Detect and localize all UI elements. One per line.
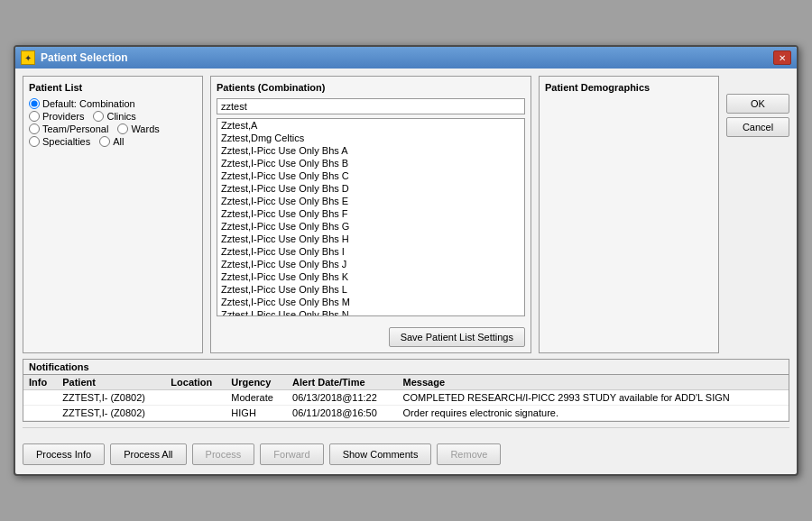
window-title: Patient Selection	[41, 51, 128, 64]
list-item[interactable]: Zztest,I-Picc Use Only Bhs K	[217, 270, 524, 283]
radio-all[interactable]: All	[99, 136, 124, 147]
list-item[interactable]: Zztest,I-Picc Use Only Bhs J	[217, 258, 524, 270]
radio-specialties-label: Specialties	[42, 136, 90, 147]
notif-alert-datetime: 06/11/2018@16:50	[287, 406, 397, 421]
title-bar-left: ✦ Patient Selection	[21, 50, 128, 65]
list-item[interactable]: Zztest,I-Picc Use Only Bhs C	[217, 169, 524, 182]
notif-urgency: Moderate	[226, 390, 287, 406]
notif-info	[23, 406, 57, 421]
radio-providers[interactable]: Providers	[29, 111, 84, 122]
notification-row[interactable]: ZZTEST,I- (Z0802) Moderate 06/13/2018@11…	[23, 390, 789, 406]
list-item[interactable]: Zztest,I-Picc Use Only Bhs I	[217, 245, 524, 258]
patient-search-input[interactable]	[217, 98, 525, 114]
remove-button[interactable]: Remove	[437, 443, 501, 465]
radio-default[interactable]: Default: Combination	[29, 98, 197, 109]
notif-alert-datetime: 06/13/2018@11:22	[287, 390, 397, 406]
list-item[interactable]: Zztest,I-Picc Use Only Bhs F	[217, 207, 524, 220]
patients-label: Patients (Combination)	[217, 82, 525, 93]
radio-team-input[interactable]	[29, 123, 40, 134]
radio-providers-input[interactable]	[29, 111, 40, 122]
right-buttons: OK Cancel	[726, 76, 789, 353]
notifications-table: Info Patient Location Urgency Alert Date…	[23, 375, 789, 421]
radio-specialties[interactable]: Specialties	[29, 136, 90, 147]
list-item[interactable]: Zztest,A	[217, 119, 524, 132]
radio-specialties-input[interactable]	[29, 136, 40, 147]
list-item[interactable]: Zztest,I-Picc Use Only Bhs N	[217, 308, 524, 316]
window-content: Patient List Default: Combination Provid…	[15, 69, 797, 474]
notifications-header-row: Info Patient Location Urgency Alert Date…	[23, 375, 789, 390]
list-item[interactable]: Zztest,Dmg Celtics	[217, 132, 524, 144]
patient-selection-window: ✦ Patient Selection ✕ Patient List Defau…	[14, 45, 798, 476]
notif-patient: ZZTEST,I- (Z0802)	[57, 390, 165, 406]
forward-button[interactable]: Forward	[260, 443, 323, 465]
patient-list-options: Default: Combination Providers Clinics	[29, 98, 197, 147]
horizontal-scrollbar[interactable]	[23, 427, 789, 440]
close-button[interactable]: ✕	[773, 50, 791, 65]
list-item[interactable]: Zztest,I-Picc Use Only Bhs E	[217, 195, 524, 207]
patient-list-label: Patient List	[29, 82, 197, 93]
radio-default-label: Default: Combination	[42, 98, 135, 109]
notifications-header: Notifications	[23, 360, 789, 375]
main-area: Patient List Default: Combination Provid…	[23, 76, 789, 353]
radio-wards-label: Wards	[131, 123, 159, 134]
notif-location	[165, 390, 226, 406]
radio-team[interactable]: Team/Personal	[29, 123, 108, 134]
list-item[interactable]: Zztest,I-Picc Use Only Bhs L	[217, 283, 524, 296]
cancel-button[interactable]: Cancel	[726, 117, 789, 137]
radio-clinics[interactable]: Clinics	[93, 111, 135, 122]
list-item[interactable]: Zztest,I-Picc Use Only Bhs B	[217, 157, 524, 169]
notif-message: Order requires electronic signature.	[398, 406, 789, 421]
title-bar: ✦ Patient Selection ✕	[15, 47, 797, 69]
app-icon: ✦	[21, 50, 35, 65]
list-item[interactable]: Zztest,I-Picc Use Only Bhs M	[217, 296, 524, 308]
patient-list-box[interactable]: Zztest,AZztest,Dmg CelticsZztest,I-Picc …	[217, 118, 525, 316]
process-all-button[interactable]: Process All	[110, 443, 186, 465]
demographics-panel: Patient Demographics	[539, 76, 719, 353]
radio-team-label: Team/Personal	[42, 123, 108, 134]
radio-clinics-label: Clinics	[106, 111, 135, 122]
radio-all-label: All	[113, 136, 124, 147]
notif-message: COMPLETED RESEARCH/I-PICC 2993 STUDY ava…	[398, 390, 789, 406]
radio-clinics-input[interactable]	[93, 111, 104, 122]
list-item[interactable]: Zztest,I-Picc Use Only Bhs G	[217, 220, 524, 233]
list-item[interactable]: Zztest,I-Picc Use Only Bhs D	[217, 182, 524, 195]
show-comments-button[interactable]: Show Comments	[329, 443, 432, 465]
radio-row-1: Providers Clinics	[29, 111, 197, 122]
col-alert-datetime: Alert Date/Time	[287, 375, 397, 390]
notif-urgency: HIGH	[226, 406, 287, 421]
patients-panel: Patients (Combination) Zztest,AZztest,Dm…	[210, 76, 531, 353]
col-location: Location	[165, 375, 226, 390]
notif-info	[23, 390, 57, 406]
radio-wards-input[interactable]	[117, 123, 128, 134]
process-info-button[interactable]: Process Info	[23, 443, 105, 465]
radio-providers-label: Providers	[42, 111, 84, 122]
col-patient: Patient	[57, 375, 165, 390]
notifications-section: Notifications Info Patient Location Urge…	[23, 359, 789, 422]
col-info: Info	[23, 375, 57, 390]
radio-wards[interactable]: Wards	[117, 123, 159, 134]
col-message: Message	[398, 375, 789, 390]
list-item[interactable]: Zztest,I-Picc Use Only Bhs H	[217, 233, 524, 245]
patient-list-panel: Patient List Default: Combination Provid…	[23, 76, 203, 353]
radio-default-input[interactable]	[29, 98, 40, 109]
radio-row-3: Specialties All	[29, 136, 197, 147]
ok-button[interactable]: OK	[726, 94, 789, 114]
notification-row[interactable]: ZZTEST,I- (Z0802) HIGH 06/11/2018@16:50 …	[23, 406, 789, 421]
bottom-buttons: Process Info Process All Process Forward…	[23, 440, 789, 467]
process-button[interactable]: Process	[192, 443, 255, 465]
notif-patient: ZZTEST,I- (Z0802)	[57, 406, 165, 421]
save-patient-list-button[interactable]: Save Patient List Settings	[389, 327, 525, 347]
list-item[interactable]: Zztest,I-Picc Use Only Bhs A	[217, 144, 524, 157]
radio-all-input[interactable]	[99, 136, 110, 147]
radio-row-2: Team/Personal Wards	[29, 123, 197, 134]
demographics-label: Patient Demographics	[545, 82, 713, 93]
col-urgency: Urgency	[226, 375, 287, 390]
notif-location	[165, 406, 226, 421]
